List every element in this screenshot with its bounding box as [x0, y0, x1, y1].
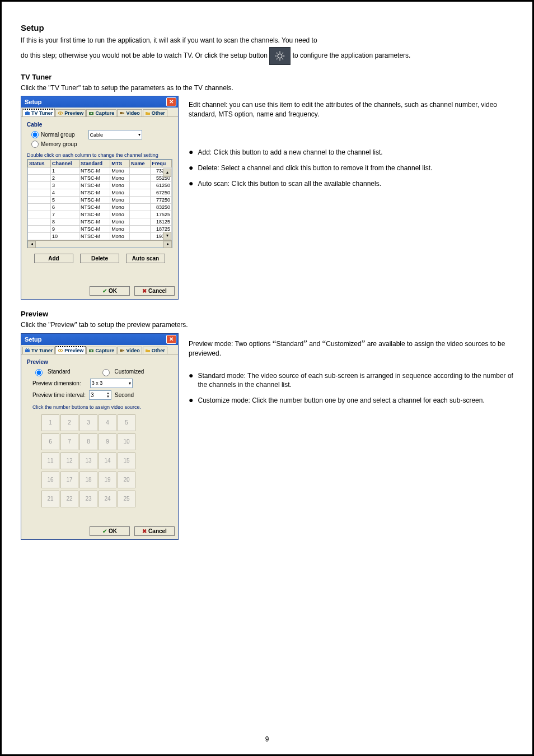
col-status[interactable]: Status [28, 160, 51, 167]
tab-other[interactable]: Other [143, 347, 167, 354]
cell[interactable] [28, 189, 51, 197]
preview-cell[interactable]: 11 [41, 452, 59, 469]
close-icon[interactable]: ✕ [166, 335, 176, 344]
table-row[interactable]: 2NTSC-MMono55250 [28, 175, 172, 182]
col-name[interactable]: Name [129, 160, 150, 167]
preview-cell[interactable]: 15 [118, 452, 135, 469]
preview-cell[interactable]: 24 [99, 491, 116, 507]
cell[interactable] [129, 167, 150, 175]
cell[interactable]: Mono [110, 197, 130, 204]
col-standard[interactable]: Standard [79, 160, 110, 167]
table-row[interactable]: 5NTSC-MMono77250 [28, 197, 172, 204]
ok-button[interactable]: ✔OK [90, 526, 130, 536]
cell[interactable]: Mono [110, 182, 130, 189]
interval-spinner[interactable]: 3 ▲▼ [89, 390, 111, 400]
preview-cell[interactable]: 5 [118, 414, 135, 431]
cell[interactable]: NTSC-M [79, 167, 110, 175]
preview-cell[interactable]: 9 [99, 433, 116, 450]
cell[interactable]: 5 [50, 197, 79, 204]
cell[interactable]: 3 [50, 182, 79, 189]
cell[interactable]: Mono [110, 167, 130, 175]
scroll-right[interactable]: ▸ [163, 241, 172, 248]
dim-combo[interactable]: 3 x 3 ▾ [90, 379, 133, 388]
cell[interactable]: 67250 [151, 189, 172, 197]
scroll-up[interactable]: ▴ [163, 169, 171, 177]
table-row[interactable]: 1NTSC-MMono73250 [28, 167, 172, 175]
preview-cell[interactable]: 8 [79, 433, 97, 450]
preview-cell[interactable]: 19 [99, 472, 116, 488]
col-channel[interactable]: Channel [50, 160, 79, 167]
cell[interactable]: NTSC-M [79, 189, 110, 197]
spinner-arrows[interactable]: ▲▼ [106, 391, 110, 398]
radio-memory-group[interactable] [31, 141, 39, 148]
table-row[interactable]: 4NTSC-MMono67250 [28, 189, 172, 197]
preview-cell[interactable]: 4 [99, 414, 116, 431]
preview-cell[interactable]: 14 [99, 452, 116, 469]
cell[interactable] [129, 218, 150, 226]
preview-cell[interactable]: 22 [60, 491, 78, 507]
preview-cell[interactable]: 7 [60, 433, 78, 450]
cell[interactable] [28, 197, 51, 204]
preview-cell[interactable]: 6 [41, 433, 59, 450]
cell[interactable]: 77250 [151, 197, 172, 204]
table-row[interactable]: 6NTSC-MMono83250 [28, 204, 172, 211]
ok-button[interactable]: ✔OK [90, 286, 130, 296]
col-mts[interactable]: MTS [110, 160, 130, 167]
cell[interactable] [129, 226, 150, 233]
preview-cell[interactable]: 2 [60, 414, 78, 431]
cell[interactable]: 4 [50, 189, 79, 197]
cancel-button[interactable]: ✖Cancel [134, 286, 175, 296]
preview-cell[interactable]: 23 [79, 491, 97, 507]
autoscan-button[interactable]: Auto scan [126, 254, 165, 263]
channel-table[interactable]: Status Channel Standard MTS Name Frequ 1… [27, 160, 172, 240]
cell[interactable]: 61250 [151, 182, 172, 189]
cell[interactable]: 17525 [151, 211, 172, 218]
cell[interactable]: NTSC-M [79, 175, 110, 182]
scroll-down[interactable]: ▾ [163, 232, 171, 240]
tab-capture[interactable]: Capture [86, 109, 116, 116]
cell[interactable]: NTSC-M [79, 226, 110, 233]
cell[interactable]: NTSC-M [79, 197, 110, 204]
tab-tv-tuner[interactable]: TV Tuner [22, 109, 55, 116]
cell[interactable] [28, 211, 51, 218]
cell[interactable]: Mono [110, 204, 130, 211]
cell[interactable]: Mono [110, 233, 130, 240]
cell[interactable]: NTSC-M [79, 204, 110, 211]
add-button[interactable]: Add [34, 254, 73, 263]
close-icon[interactable]: ✕ [166, 97, 176, 106]
cell[interactable] [129, 233, 150, 240]
preview-cell[interactable]: 25 [118, 491, 135, 507]
cell[interactable]: Mono [110, 189, 130, 197]
tab-other[interactable]: Other [143, 109, 167, 116]
cell[interactable]: 83250 [151, 204, 172, 211]
cell[interactable]: 8 [50, 218, 79, 226]
tab-capture[interactable]: Capture [86, 347, 116, 354]
cell[interactable] [28, 167, 51, 175]
cable-combo[interactable]: Cable ▾ [88, 130, 142, 139]
cell[interactable]: NTSC-M [79, 218, 110, 226]
preview-cell[interactable]: 3 [79, 414, 97, 431]
cell[interactable] [129, 204, 150, 211]
col-freq[interactable]: Frequ [151, 160, 172, 167]
cancel-button[interactable]: ✖Cancel [134, 526, 175, 536]
radio-customized[interactable] [102, 369, 110, 376]
table-row[interactable]: 3NTSC-MMono61250 [28, 182, 172, 189]
tab-tv-tuner[interactable]: TV Tuner [22, 347, 55, 354]
tab-preview[interactable]: Preview [55, 109, 86, 116]
preview-cell[interactable]: 13 [79, 452, 97, 469]
tab-video[interactable]: Video [117, 109, 142, 116]
radio-standard[interactable] [35, 369, 43, 376]
preview-cell[interactable]: 1 [41, 414, 59, 431]
preview-cell[interactable]: 12 [60, 452, 78, 469]
cell[interactable]: 6 [50, 204, 79, 211]
scroll-left[interactable]: ◂ [27, 241, 36, 248]
cell[interactable]: NTSC-M [79, 233, 110, 240]
cell[interactable]: 1 [50, 167, 79, 175]
tab-preview[interactable]: Preview [55, 346, 86, 354]
cell[interactable] [129, 182, 150, 189]
table-row[interactable]: 9NTSC-MMono18725 [28, 226, 172, 233]
table-row[interactable]: 10NTSC-MMono19325 [28, 233, 172, 240]
cell[interactable]: 2 [50, 175, 79, 182]
cell[interactable] [129, 211, 150, 218]
preview-cell[interactable]: 21 [41, 491, 59, 507]
